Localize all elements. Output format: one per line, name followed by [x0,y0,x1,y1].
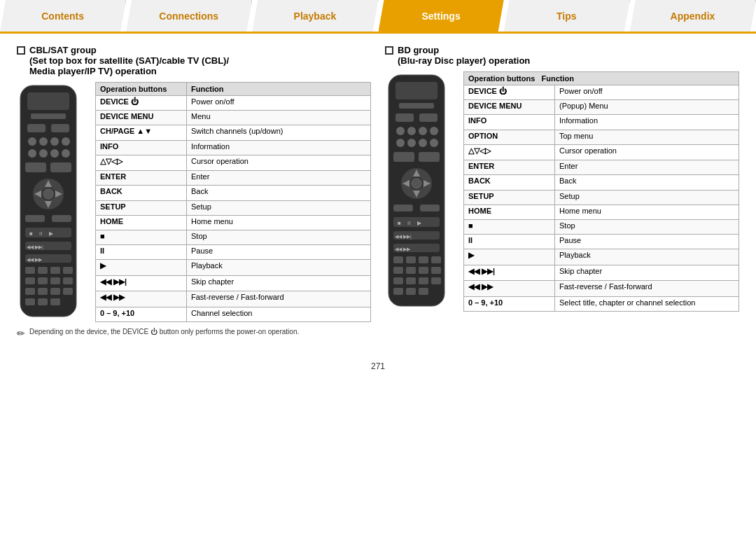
left-section: CBL/SAT group (Set top box for satellite… [17,45,371,339]
key-cell: HOME [464,205,555,219]
table-row: INFOInformation [464,115,739,130]
table-row: BACKBack [464,175,739,190]
key-cell: BACK [464,175,555,190]
tab-contents[interactable]: Contents [0,0,126,32]
svg-rect-48 [396,82,438,99]
tab-tips[interactable]: Tips [504,0,630,32]
left-section-body: ■ II ▶ ◀◀ ▶▶| ◀◀ ▶▶ [17,82,371,322]
svg-rect-83 [393,267,403,274]
svg-rect-22 [25,215,45,222]
right-operation-table: Operation buttons Function DEVICE ⏻Power… [463,71,739,312]
key-cell: INFO [464,115,555,130]
svg-point-5 [28,137,36,146]
key-cell: ◀◀ ▶▶| [464,265,555,280]
svg-rect-43 [63,288,73,295]
right-title-line2: (Blu-ray Disc player) operation [398,55,530,66]
key-cell: DEVICE MENU [96,111,187,125]
func-cell: Menu [187,111,371,125]
table-row: HOMEHome menu [464,205,739,219]
svg-point-10 [39,149,48,158]
svg-rect-44 [25,298,35,305]
tab-connections[interactable]: Connections [126,0,252,32]
svg-point-7 [50,137,59,146]
checkbox-icon-right [385,46,393,55]
right-remote-image: ■ II ▶ ◀◀ ▶▶| ◀◀ ▶▶ [385,71,455,312]
svg-rect-51 [419,113,438,122]
key-cell: ◀◀ ▶▶| [96,275,187,291]
svg-point-55 [430,127,438,135]
svg-rect-88 [406,277,416,284]
table-row: ENTEREnter [464,160,739,175]
svg-rect-50 [396,113,414,122]
svg-rect-41 [38,288,48,295]
table-row: ■Stop [464,219,739,234]
func-cell: Select title, chapter or channel selecti… [555,296,739,311]
svg-rect-85 [419,267,428,274]
key-cell: BACK [96,186,187,200]
left-title-text: CBL/SAT group (Set top box for satellite… [29,45,229,76]
svg-rect-79 [393,256,403,263]
func-cell: Pause [187,245,371,260]
func-cell: Skip chapter [187,275,371,291]
func-cell: Playback [187,260,371,275]
svg-rect-87 [393,277,403,284]
left-title-line2: (Set top box for satellite (SAT)/cable T… [29,55,229,66]
svg-rect-89 [419,277,428,284]
svg-rect-45 [38,298,48,305]
key-cell: II [464,235,555,249]
func-cell: Cursor operation [187,155,371,170]
svg-text:■: ■ [398,220,401,226]
tab-playback[interactable]: Playback [252,0,378,32]
table-row: ◀◀ ▶▶|Skip chapter [464,265,739,280]
svg-rect-32 [25,267,35,274]
svg-rect-80 [406,256,416,263]
svg-rect-91 [393,288,403,295]
func-cell: Skip chapter [555,265,739,280]
table-row: IIPause [96,245,371,260]
svg-point-58 [419,139,427,147]
svg-rect-81 [419,256,428,263]
table-row: △▽◁▷Cursor operation [464,144,739,160]
table-row: ◀◀ ▶▶Fast-reverse / Fast-forward [96,291,371,307]
svg-rect-61 [419,152,440,162]
svg-text:■: ■ [29,230,33,237]
func-cell: Enter [187,171,371,186]
table-row: ◀◀ ▶▶|Skip chapter [96,275,371,291]
table-row: INFOInformation [96,140,371,155]
key-cell: DEVICE ⏻ [96,96,187,111]
key-cell: △▽◁▷ [464,144,555,160]
tab-appendix[interactable]: Appendix [630,0,756,32]
key-cell: HOME [96,215,187,230]
nav-tabs: Contents Connections Playback Settings T… [0,0,756,34]
func-cell: Information [555,115,739,130]
left-operation-table: Operation buttons Function DEVICE ⏻Power… [95,82,371,322]
right-title-text: BD group (Blu-ray Disc player) operation [398,45,530,66]
table-row: CH/PAGE ▲▼Switch channels (up/down) [96,125,371,140]
svg-rect-70 [420,205,440,212]
svg-rect-38 [50,277,60,284]
svg-text:◀◀ ▶▶: ◀◀ ▶▶ [395,247,411,251]
svg-point-12 [62,149,70,158]
table-row: ◀◀ ▶▶Fast-reverse / Fast-forward [464,281,739,296]
svg-text:▶: ▶ [49,230,54,237]
svg-point-8 [62,137,70,146]
table-row: ▶Playback [464,249,739,265]
svg-rect-2 [31,113,66,119]
svg-point-59 [430,139,438,147]
left-note: ✏ Depending on the device, the DEVICE ⏻ … [17,328,371,339]
func-cell: Playback [555,249,739,265]
svg-rect-34 [50,267,60,274]
tab-settings[interactable]: Settings [379,0,504,32]
svg-rect-84 [406,267,416,274]
right-section: BD group (Blu-ray Disc player) operation [385,45,739,339]
table-row: DEVICE ⏻Power on/off [96,96,371,111]
func-cell: Back [555,175,739,190]
table-row: ▶Playback [96,260,371,275]
left-th-buttons: Operation buttons [96,83,187,96]
table-row: △▽◁▷Cursor operation [96,155,371,170]
func-cell: Power on/off [187,96,371,111]
table-row: DEVICE MENU(Popup) Menu [464,100,739,115]
svg-point-57 [407,139,416,147]
main-content: CBL/SAT group (Set top box for satellite… [0,34,756,350]
svg-rect-14 [50,162,71,172]
